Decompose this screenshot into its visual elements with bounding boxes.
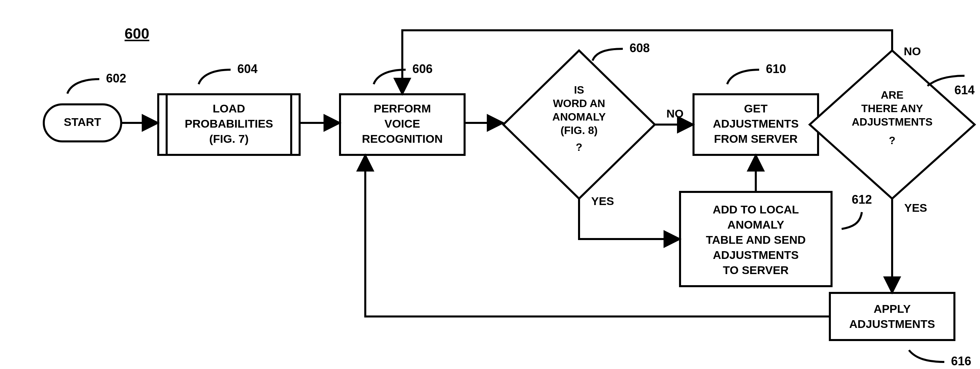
node-616-apply-adjustments: APPLY ADJUSTMENTS (830, 293, 955, 340)
label-604: 604 (237, 62, 258, 76)
node-612-line3: TABLE AND SEND (706, 233, 806, 246)
node-608-line2: WORD AN (553, 97, 605, 110)
node-610-line3: FROM SERVER (714, 132, 798, 145)
node-606-perform-voice-recognition: PERFORM VOICE RECOGNITION (340, 94, 465, 155)
node-608-line1: IS (574, 84, 584, 96)
label-612: 612 (852, 192, 872, 207)
edge-614-606-no (402, 30, 892, 94)
edge-608-610-label: NO (667, 107, 684, 120)
node-604-line3: (FIG. 7) (209, 132, 248, 145)
node-612-add-to-local-anomaly: ADD TO LOCAL ANOMALY TABLE AND SEND ADJU… (680, 192, 832, 286)
node-616-line2: ADJUSTMENTS (849, 318, 935, 330)
node-608-line3: ANOMALY (552, 111, 606, 123)
node-608-is-word-anomaly: IS WORD AN ANOMALY (FIG. 8) ? (503, 51, 655, 199)
node-610-line1: GET (744, 102, 768, 115)
label-602: 602 (106, 72, 126, 85)
label-616: 616 (951, 354, 971, 368)
edge-614-yes-label: YES (904, 201, 927, 214)
node-602-start: START (44, 104, 121, 142)
label-610: 610 (766, 62, 786, 76)
node-606-line2: VOICE (385, 117, 420, 130)
label-614: 614 (955, 83, 975, 97)
node-608-line4: (FIG. 8) (560, 124, 598, 136)
node-610-line2: ADJUSTMENTS (713, 117, 799, 130)
node-614-are-there-adjustments: ARE THERE ANY ADJUSTMENTS ? (810, 51, 975, 199)
edge-614-no-label: NO (904, 45, 921, 57)
figure-number: 600 (124, 25, 149, 42)
node-616-line1: APPLY (873, 302, 911, 315)
node-614-line1: ARE (881, 89, 904, 101)
node-612-line2: ANOMALY (727, 218, 784, 231)
node-602-text: START (64, 116, 101, 128)
label-606: 606 (412, 62, 433, 76)
node-614-line2: THERE ANY (861, 102, 923, 115)
node-614-line4: ? (889, 134, 896, 146)
node-612-line4: ADJUSTMENTS (713, 248, 799, 261)
node-606-line1: PERFORM (374, 102, 431, 115)
node-614-line3: ADJUSTMENTS (852, 116, 932, 128)
node-610-get-adjustments: GET ADJUSTMENTS FROM SERVER (694, 94, 818, 155)
node-604-line1: LOAD (213, 102, 245, 115)
node-604-line2: PROBABILITIES (185, 117, 274, 130)
node-608-line5: ? (576, 141, 582, 153)
edge-608-612-label: YES (591, 195, 614, 207)
svg-rect-9 (830, 293, 955, 340)
label-608: 608 (630, 41, 650, 55)
node-612-line5: TO SERVER (723, 264, 788, 277)
node-604-load-probabilities: LOAD PROBABILITIES (FIG. 7) (158, 94, 300, 155)
node-606-line3: RECOGNITION (362, 132, 443, 145)
node-612-line1: ADD TO LOCAL (713, 203, 799, 216)
